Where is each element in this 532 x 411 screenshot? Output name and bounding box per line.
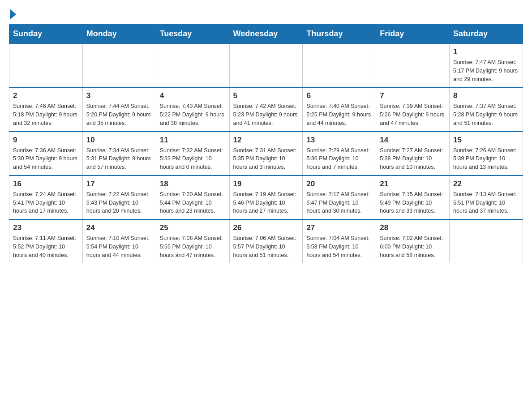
day-number: 24 [86,223,152,232]
calendar-day-cell: 11Sunrise: 7:32 AM Sunset: 5:33 PM Dayli… [156,132,229,176]
calendar-day-cell: 24Sunrise: 7:10 AM Sunset: 5:54 PM Dayli… [82,219,156,263]
day-info: Sunrise: 7:36 AM Sunset: 5:30 PM Dayligh… [13,146,79,171]
day-info: Sunrise: 7:13 AM Sunset: 5:51 PM Dayligh… [453,190,519,215]
day-info: Sunrise: 7:39 AM Sunset: 5:26 PM Dayligh… [380,102,446,127]
calendar-day-cell: 27Sunrise: 7:04 AM Sunset: 5:58 PM Dayli… [303,219,376,263]
day-of-week-header: Monday [82,25,156,44]
day-number: 16 [13,180,79,188]
day-info: Sunrise: 7:11 AM Sunset: 5:52 PM Dayligh… [13,234,79,259]
calendar-day-cell: 1Sunrise: 7:47 AM Sunset: 5:17 PM Daylig… [450,43,523,87]
calendar-day-cell: 14Sunrise: 7:27 AM Sunset: 5:38 PM Dayli… [376,132,450,176]
day-number: 2 [13,91,79,100]
day-info: Sunrise: 7:47 AM Sunset: 5:17 PM Dayligh… [453,58,519,83]
calendar-day-cell: 6Sunrise: 7:40 AM Sunset: 5:25 PM Daylig… [303,87,376,131]
calendar-week-row: 1Sunrise: 7:47 AM Sunset: 5:17 PM Daylig… [9,43,523,87]
day-number: 13 [306,136,372,145]
day-info: Sunrise: 7:42 AM Sunset: 5:23 PM Dayligh… [233,102,299,127]
day-info: Sunrise: 7:44 AM Sunset: 5:20 PM Dayligh… [86,102,152,127]
day-of-week-header: Saturday [450,25,523,44]
calendar-day-cell: 22Sunrise: 7:13 AM Sunset: 5:51 PM Dayli… [450,176,523,219]
day-info: Sunrise: 7:24 AM Sunset: 5:41 PM Dayligh… [13,190,79,215]
calendar-body: 1Sunrise: 7:47 AM Sunset: 5:17 PM Daylig… [9,43,523,263]
day-number: 10 [86,136,152,145]
day-number: 12 [233,136,299,145]
calendar-header: SundayMondayTuesdayWednesdayThursdayFrid… [9,25,523,44]
day-of-week-header: Friday [376,25,450,44]
calendar-day-cell: 17Sunrise: 7:22 AM Sunset: 5:43 PM Dayli… [82,176,156,219]
calendar-day-cell: 25Sunrise: 7:08 AM Sunset: 5:55 PM Dayli… [156,219,229,263]
day-number: 9 [13,136,79,145]
calendar-day-cell [450,219,523,263]
calendar-day-cell: 15Sunrise: 7:26 AM Sunset: 5:39 PM Dayli… [450,132,523,176]
day-number: 21 [380,180,446,188]
day-of-week-header: Thursday [303,25,376,44]
calendar-day-cell: 9Sunrise: 7:36 AM Sunset: 5:30 PM Daylig… [9,132,83,176]
calendar-day-cell [82,43,156,87]
calendar-table: SundayMondayTuesdayWednesdayThursdayFrid… [9,24,523,263]
calendar-day-cell: 13Sunrise: 7:29 AM Sunset: 5:36 PM Dayli… [303,132,376,176]
day-of-week-header: Tuesday [156,25,229,44]
day-info: Sunrise: 7:34 AM Sunset: 5:31 PM Dayligh… [86,146,152,171]
day-number: 17 [86,180,152,188]
day-of-week-header: Wednesday [229,25,303,44]
calendar-day-cell [9,43,83,87]
calendar-day-cell: 8Sunrise: 7:37 AM Sunset: 5:28 PM Daylig… [450,87,523,131]
day-info: Sunrise: 7:06 AM Sunset: 5:57 PM Dayligh… [233,234,299,259]
logo-triangle-icon [10,9,16,20]
calendar-day-cell [376,43,450,87]
day-info: Sunrise: 7:43 AM Sunset: 5:22 PM Dayligh… [160,102,226,127]
calendar-day-cell: 5Sunrise: 7:42 AM Sunset: 5:23 PM Daylig… [229,87,303,131]
day-number: 20 [306,180,372,188]
day-number: 6 [306,91,372,100]
calendar-day-cell: 18Sunrise: 7:20 AM Sunset: 5:44 PM Dayli… [156,176,229,219]
day-info: Sunrise: 7:15 AM Sunset: 5:49 PM Dayligh… [380,190,446,215]
day-info: Sunrise: 7:02 AM Sunset: 6:00 PM Dayligh… [380,234,446,259]
calendar-day-cell: 3Sunrise: 7:44 AM Sunset: 5:20 PM Daylig… [82,87,156,131]
day-number: 1 [453,47,519,56]
calendar-day-cell: 19Sunrise: 7:19 AM Sunset: 5:46 PM Dayli… [229,176,303,219]
day-number: 25 [160,223,226,232]
day-number: 8 [453,91,519,100]
day-of-week-header: Sunday [9,25,83,44]
day-info: Sunrise: 7:32 AM Sunset: 5:33 PM Dayligh… [160,146,226,171]
calendar-day-cell [229,43,303,87]
day-number: 7 [380,91,446,100]
calendar-day-cell [303,43,376,87]
logo [9,9,16,20]
day-number: 3 [86,91,152,100]
day-info: Sunrise: 7:17 AM Sunset: 5:47 PM Dayligh… [306,190,372,215]
day-info: Sunrise: 7:08 AM Sunset: 5:55 PM Dayligh… [160,234,226,259]
day-number: 28 [380,223,446,232]
day-info: Sunrise: 7:10 AM Sunset: 5:54 PM Dayligh… [86,234,152,259]
day-number: 5 [233,91,299,100]
calendar-day-cell: 12Sunrise: 7:31 AM Sunset: 5:35 PM Dayli… [229,132,303,176]
day-number: 27 [306,223,372,232]
day-info: Sunrise: 7:31 AM Sunset: 5:35 PM Dayligh… [233,146,299,171]
day-number: 22 [453,180,519,188]
day-info: Sunrise: 7:29 AM Sunset: 5:36 PM Dayligh… [306,146,372,171]
day-info: Sunrise: 7:22 AM Sunset: 5:43 PM Dayligh… [86,190,152,215]
page-header [9,9,523,20]
day-number: 23 [13,223,79,232]
calendar-day-cell: 26Sunrise: 7:06 AM Sunset: 5:57 PM Dayli… [229,219,303,263]
calendar-day-cell [156,43,229,87]
calendar-day-cell: 16Sunrise: 7:24 AM Sunset: 5:41 PM Dayli… [9,176,83,219]
calendar-day-cell: 28Sunrise: 7:02 AM Sunset: 6:00 PM Dayli… [376,219,450,263]
calendar-week-row: 23Sunrise: 7:11 AM Sunset: 5:52 PM Dayli… [9,219,523,263]
day-number: 19 [233,180,299,188]
calendar-day-cell: 2Sunrise: 7:46 AM Sunset: 5:18 PM Daylig… [9,87,83,131]
day-number: 11 [160,136,226,145]
day-number: 4 [160,91,226,100]
day-info: Sunrise: 7:40 AM Sunset: 5:25 PM Dayligh… [306,102,372,127]
days-of-week-row: SundayMondayTuesdayWednesdayThursdayFrid… [9,25,523,44]
day-info: Sunrise: 7:04 AM Sunset: 5:58 PM Dayligh… [306,234,372,259]
day-number: 18 [160,180,226,188]
day-number: 14 [380,136,446,145]
calendar-day-cell: 23Sunrise: 7:11 AM Sunset: 5:52 PM Dayli… [9,219,83,263]
day-info: Sunrise: 7:20 AM Sunset: 5:44 PM Dayligh… [160,190,226,215]
calendar-week-row: 2Sunrise: 7:46 AM Sunset: 5:18 PM Daylig… [9,87,523,131]
day-info: Sunrise: 7:19 AM Sunset: 5:46 PM Dayligh… [233,190,299,215]
calendar-day-cell: 10Sunrise: 7:34 AM Sunset: 5:31 PM Dayli… [82,132,156,176]
calendar-day-cell: 20Sunrise: 7:17 AM Sunset: 5:47 PM Dayli… [303,176,376,219]
day-info: Sunrise: 7:27 AM Sunset: 5:38 PM Dayligh… [380,146,446,171]
